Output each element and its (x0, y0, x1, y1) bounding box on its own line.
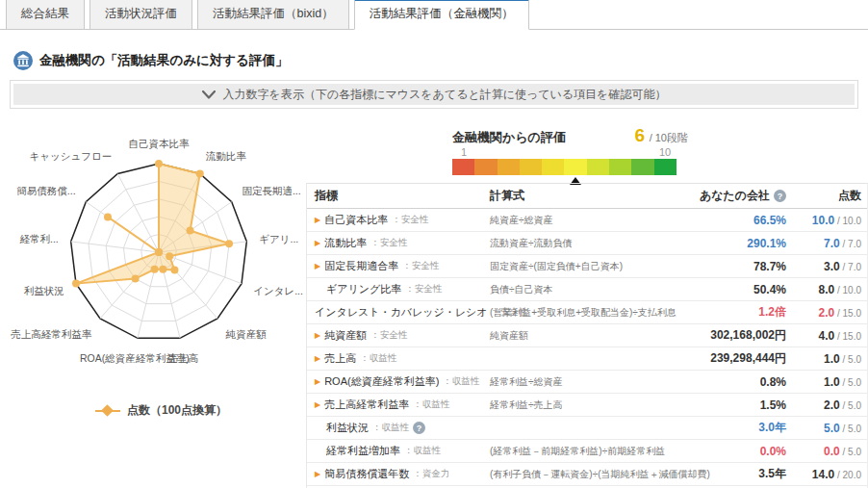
indicator-category: ：収益性 (413, 398, 449, 411)
table-row[interactable]: ギアリング比率：安全性負債÷自己資本50.4%8.0 / 10.0 (307, 278, 867, 301)
formula-cell: (営業利益+受取利息+受取配当金)÷支払利息 (490, 306, 673, 320)
radar-axis-label: 簡易債務償... (16, 185, 75, 196)
table-row[interactable]: ▶流動比率：安全性流動資産÷流動負債290.1%7.0 / 7.0 (307, 232, 867, 255)
show-input-numbers-toggle[interactable]: 入力数字を表示（下の各指標にマウスをあてると計算に使っている項目を確認可能） (13, 84, 855, 105)
radar-axis-label: ROA(総資産経常利益率) (80, 352, 190, 364)
radar-series-polygon (76, 164, 229, 284)
tab-activity-results-financial[interactable]: 活動結果評価（金融機関） (354, 0, 529, 30)
formula-cell: 純資産÷総資産 (490, 214, 673, 227)
score-max: / 20.0 (834, 470, 861, 480)
indicator-cell: ギアリング比率：安全性 (307, 282, 490, 296)
score-cell: 1.0 / 5.0 (786, 375, 867, 389)
table-header-row: 指標 計算式 あなたの会社? 点数 (307, 184, 867, 209)
table-row[interactable]: ▶簡易債務償還年数：資金力(有利子負債－運転資金)÷(当期純利益＋減価償却費)3… (307, 463, 867, 486)
show-input-numbers-label: 入力数字を表示（下の各指標にマウスをあてると計算に使っている項目を確認可能） (223, 87, 667, 103)
radar-data-point[interactable] (187, 227, 194, 235)
table-row[interactable]: ▶売上高経常利益率：収益性経常利益÷売上高1.5%2.0 / 5.0 (307, 394, 867, 417)
formula-cell: (有利子負債－運転資金)÷(当期純利益＋減価償却費) (490, 468, 673, 481)
score-cell: 7.0 / 7.0 (786, 237, 867, 250)
score-cell: 4.0 / 15.0 (786, 329, 867, 343)
radar-legend[interactable]: 点数（100点換算） (0, 402, 322, 419)
tab-overall-results[interactable]: 総合結果 (6, 0, 85, 29)
table-row[interactable]: ▶ROA(総資産経常利益率)：収益性経常利益÷総資産0.8%1.0 / 5.0 (307, 371, 867, 394)
gauge-score-wrap: 6 / 10段階 (635, 125, 688, 146)
legend-label: 点数（100点換算） (127, 402, 227, 419)
expand-arrow-icon: ▶ (315, 400, 320, 409)
score-max: / 5.0 (840, 377, 861, 388)
formula-cell: 負債÷自己資本 (490, 283, 673, 296)
gauge-max-label: 10 (659, 146, 671, 158)
formula-cell: 経常利益÷総資産 (490, 375, 673, 389)
gauge-segment-3 (498, 159, 520, 175)
table-row[interactable]: ▶自己資本比率：安全性純資産÷総資産66.5%10.0 / 10.0 (307, 209, 867, 232)
gauge-segment-5 (542, 159, 564, 175)
score-max: / 15.0 (834, 331, 861, 342)
indicator-name: 売上高経常利益率 (324, 398, 409, 412)
radar-axis-label: インタレ... (253, 285, 303, 296)
expand-arrow-icon: ▶ (315, 239, 320, 247)
gauge-title: 金融機関からの評価 (452, 129, 566, 146)
indicator-name: ギアリング比率 (326, 282, 401, 296)
gauge-segment-1 (452, 159, 474, 175)
radar-axis-label: 利益状況 (24, 285, 64, 296)
table-row[interactable]: 利益状況：収益性?3.0年5.0 / 5.0 (307, 417, 867, 440)
score-max: / 5.0 (840, 354, 861, 365)
radar-data-point[interactable] (170, 267, 178, 274)
radar-data-point[interactable] (132, 275, 140, 283)
company-value-cell: 1.2倍 (673, 304, 786, 321)
radar-chart: 自己資本比率流動比率固定長期適...ギアリ...インタレ...純資産額売上高RO… (0, 112, 322, 410)
tab-activity-results-bixid[interactable]: 活動結果評価（bixid） (197, 0, 349, 29)
radar-chart-panel: 自己資本比率流動比率固定長期適...ギアリ...インタレ...純資産額売上高RO… (0, 112, 322, 439)
score-value: 2.0 (819, 306, 835, 320)
indicator-table: 指標 計算式 あなたの会社? 点数 ▶自己資本比率：安全性純資産÷総資産66.5… (306, 183, 868, 488)
radar-data-point[interactable] (104, 213, 112, 220)
show-input-numbers-container: 入力数字を表示（下の各指標にマウスをあてると計算に使っている項目を確認可能） (10, 80, 858, 109)
radar-axis-label: ギアリ... (259, 233, 298, 244)
score-max: / 5.0 (840, 447, 861, 457)
indicator-cell: インタレスト・カバレッジ・レシオ：安全性 (307, 305, 490, 320)
radar-data-point[interactable] (225, 240, 233, 247)
gauge-color-scale (452, 159, 677, 175)
table-row[interactable]: 経常利益増加率：収益性(経常利益－前期経常利益)÷前期経常利益0.0%0.0 /… (307, 440, 867, 463)
tab-bar: 総合結果 活動状況評価 活動結果評価（bixid） 活動結果評価（金融機関） (0, 0, 868, 30)
company-value-cell: 290.1% (673, 237, 786, 250)
table-row[interactable]: インタレスト・カバレッジ・レシオ：安全性(営業利益+受取利息+受取配当金)÷支払… (307, 301, 867, 324)
table-row[interactable]: ▶固定長期適合率：安全性固定資産÷(固定負債+自己資本)78.7%3.0 / 7… (307, 255, 867, 278)
radar-axis-label: 売上高経常利益率 (11, 328, 92, 340)
radar-data-point[interactable] (166, 252, 173, 260)
indicator-category: ：収益性 (372, 422, 409, 434)
radar-axis-label: 純資産額 (225, 328, 267, 340)
table-row[interactable]: ▶純資産額：安全性純資産額302,168,002円4.0 / 15.0 (307, 324, 867, 347)
radar-data-point[interactable] (196, 170, 204, 178)
section-title: 金融機関の「活動結果のみに対する評価」 (13, 51, 288, 70)
company-value-cell: 50.4% (673, 283, 786, 296)
radar-spoke (117, 174, 159, 252)
score-cell: 2.0 / 5.0 (786, 398, 867, 412)
indicator-category: ：安全性 (370, 329, 407, 342)
indicator-category: ：安全性 (402, 260, 439, 272)
radar-axis-label: 固定長期適... (242, 185, 300, 196)
radar-data-point[interactable] (155, 248, 163, 256)
radar-data-point[interactable] (159, 266, 166, 273)
tab-activity-status-evaluation[interactable]: 活動状況評価 (89, 0, 192, 29)
formula-cell: 純資産額 (490, 329, 673, 343)
indicator-name: 簡易債務償還年数 (324, 467, 409, 481)
header-formula: 計算式 (490, 188, 673, 204)
radar-data-point[interactable] (151, 266, 159, 273)
page-title: 金融機関の「活動結果のみに対する評価」 (39, 52, 288, 69)
indicator-name: 売上高 (324, 351, 356, 366)
indicator-category: ：収益性 (404, 445, 441, 457)
score-value: 3.0 (824, 260, 840, 273)
score-max: / 5.0 (840, 400, 861, 411)
help-icon[interactable]: ? (774, 190, 786, 202)
indicator-cell: ▶純資産額：安全性 (307, 328, 490, 343)
header-indicator: 指標 (307, 188, 490, 204)
score-cell: 3.0 / 7.0 (786, 260, 867, 273)
help-icon[interactable]: ? (413, 422, 425, 434)
score-max: / 15.0 (834, 308, 861, 319)
table-row[interactable]: ▶売上高：収益性239,298,444円1.0 / 5.0 (307, 347, 867, 371)
indicator-cell: ▶固定長期適合率：安全性 (307, 259, 490, 273)
radar-data-point[interactable] (155, 160, 163, 167)
score-value: 1.0 (824, 352, 840, 366)
radar-data-point[interactable] (72, 280, 80, 288)
